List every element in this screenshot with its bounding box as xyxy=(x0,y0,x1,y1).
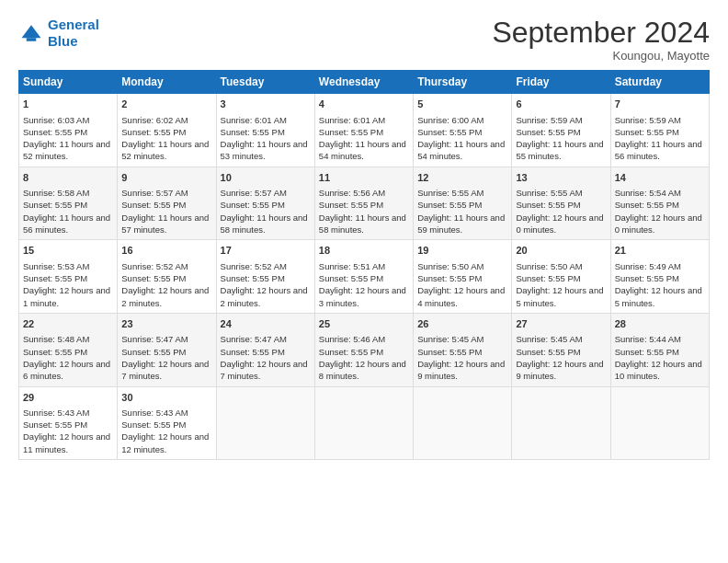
col-saturday: Saturday xyxy=(610,71,709,94)
day-number: 22 xyxy=(23,317,113,331)
calendar-cell: 30 Sunrise: 5:43 AM Sunset: 5:55 PM Dayl… xyxy=(118,386,216,460)
day-number: 13 xyxy=(516,171,606,185)
sunset-label: Sunset: 5:55 PM xyxy=(417,200,482,210)
calendar-cell: 29 Sunrise: 5:43 AM Sunset: 5:55 PM Dayl… xyxy=(19,386,118,460)
daylight-label: Daylight: 11 hours and 55 minutes. xyxy=(516,139,603,161)
calendar-cell xyxy=(216,386,314,460)
sunset-label: Sunset: 5:55 PM xyxy=(23,273,87,283)
day-number: 27 xyxy=(516,317,606,331)
daylight-label: Daylight: 12 hours and 2 minutes. xyxy=(121,285,209,307)
week-row-1: 8 Sunrise: 5:58 AM Sunset: 5:55 PM Dayli… xyxy=(19,167,710,240)
calendar-cell xyxy=(512,386,610,460)
sunset-label: Sunset: 5:55 PM xyxy=(319,347,383,357)
logo-blue: Blue xyxy=(48,33,78,49)
calendar-cell xyxy=(414,386,512,460)
sunset-label: Sunset: 5:55 PM xyxy=(417,127,482,137)
sunset-label: Sunset: 5:55 PM xyxy=(121,127,186,137)
day-number: 14 xyxy=(615,171,705,185)
sunrise-label: Sunrise: 5:48 AM xyxy=(23,334,89,344)
sunrise-label: Sunrise: 5:54 AM xyxy=(615,188,681,198)
sunrise-label: Sunrise: 5:50 AM xyxy=(417,261,483,271)
calendar-cell: 20 Sunrise: 5:50 AM Sunset: 5:55 PM Dayl… xyxy=(512,240,610,314)
logo-text: General Blue xyxy=(48,17,99,50)
sunset-label: Sunset: 5:55 PM xyxy=(417,347,482,357)
sunrise-label: Sunrise: 5:46 AM xyxy=(319,334,385,344)
daylight-label: Daylight: 12 hours and 5 minutes. xyxy=(615,285,702,307)
day-number: 30 xyxy=(121,391,211,405)
daylight-label: Daylight: 12 hours and 2 minutes. xyxy=(221,285,308,307)
week-row-3: 22 Sunrise: 5:48 AM Sunset: 5:55 PM Dayl… xyxy=(19,313,710,386)
page: General Blue September 2024 Koungou, May… xyxy=(0,0,728,563)
day-number: 29 xyxy=(23,391,113,405)
daylight-label: Daylight: 12 hours and 3 minutes. xyxy=(319,285,406,307)
week-row-2: 15 Sunrise: 5:53 AM Sunset: 5:55 PM Dayl… xyxy=(19,240,710,314)
daylight-label: Daylight: 11 hours and 56 minutes. xyxy=(615,139,702,161)
sunset-label: Sunset: 5:55 PM xyxy=(221,200,285,210)
sunset-label: Sunset: 5:55 PM xyxy=(121,200,186,210)
sunrise-label: Sunrise: 5:57 AM xyxy=(121,188,188,198)
sunrise-label: Sunrise: 5:58 AM xyxy=(23,188,89,198)
daylight-label: Daylight: 12 hours and 0 minutes. xyxy=(516,213,603,235)
daylight-label: Daylight: 12 hours and 9 minutes. xyxy=(516,359,603,381)
sunrise-label: Sunrise: 5:53 AM xyxy=(23,261,89,271)
col-friday: Friday xyxy=(512,71,610,94)
day-number: 3 xyxy=(221,98,311,111)
calendar-cell: 26 Sunrise: 5:45 AM Sunset: 5:55 PM Dayl… xyxy=(414,313,512,386)
sunrise-label: Sunrise: 6:01 AM xyxy=(221,115,287,125)
sunset-label: Sunset: 5:55 PM xyxy=(121,419,186,430)
daylight-label: Daylight: 12 hours and 0 minutes. xyxy=(615,213,702,235)
daylight-label: Daylight: 11 hours and 58 minutes. xyxy=(221,213,308,235)
daylight-label: Daylight: 12 hours and 1 minute. xyxy=(23,285,110,307)
calendar-cell: 13 Sunrise: 5:55 AM Sunset: 5:55 PM Dayl… xyxy=(512,167,610,240)
daylight-label: Daylight: 11 hours and 57 minutes. xyxy=(121,213,209,235)
sunset-label: Sunset: 5:55 PM xyxy=(516,347,580,357)
calendar-cell: 11 Sunrise: 5:56 AM Sunset: 5:55 PM Dayl… xyxy=(314,167,413,240)
calendar-cell: 23 Sunrise: 5:47 AM Sunset: 5:55 PM Dayl… xyxy=(118,313,216,386)
sunset-label: Sunset: 5:55 PM xyxy=(516,200,580,210)
sunrise-label: Sunrise: 5:55 AM xyxy=(516,188,582,198)
day-number: 28 xyxy=(615,317,705,331)
calendar-cell: 6 Sunrise: 5:59 AM Sunset: 5:55 PM Dayli… xyxy=(512,94,610,167)
day-number: 25 xyxy=(319,317,409,331)
day-number: 4 xyxy=(319,98,409,111)
day-number: 10 xyxy=(221,171,311,185)
logo-general: General xyxy=(48,17,99,32)
sunrise-label: Sunrise: 5:43 AM xyxy=(23,408,89,418)
calendar-cell: 5 Sunrise: 6:00 AM Sunset: 5:55 PM Dayli… xyxy=(414,94,512,167)
calendar-cell: 17 Sunrise: 5:52 AM Sunset: 5:55 PM Dayl… xyxy=(216,240,314,314)
logo: General Blue xyxy=(18,17,99,50)
header: General Blue September 2024 Koungou, May… xyxy=(18,17,710,63)
sunrise-label: Sunrise: 5:59 AM xyxy=(516,115,582,125)
col-thursday: Thursday xyxy=(414,71,512,94)
day-number: 20 xyxy=(516,244,606,258)
sunrise-label: Sunrise: 5:52 AM xyxy=(121,261,188,271)
sunrise-label: Sunrise: 5:47 AM xyxy=(221,334,287,344)
sunrise-label: Sunrise: 6:00 AM xyxy=(417,115,483,125)
sunset-label: Sunset: 5:55 PM xyxy=(516,127,580,137)
daylight-label: Daylight: 12 hours and 4 minutes. xyxy=(417,285,505,307)
svg-marker-1 xyxy=(22,25,41,38)
sunset-label: Sunset: 5:55 PM xyxy=(221,127,285,137)
calendar-cell: 15 Sunrise: 5:53 AM Sunset: 5:55 PM Dayl… xyxy=(19,240,118,314)
calendar-cell: 14 Sunrise: 5:54 AM Sunset: 5:55 PM Dayl… xyxy=(610,167,709,240)
sunrise-label: Sunrise: 5:51 AM xyxy=(319,261,385,271)
sunset-label: Sunset: 5:55 PM xyxy=(23,347,87,357)
col-sunday: Sunday xyxy=(19,71,118,94)
day-number: 5 xyxy=(417,98,507,111)
svg-rect-2 xyxy=(27,38,37,41)
sunrise-label: Sunrise: 5:44 AM xyxy=(615,334,681,344)
day-number: 2 xyxy=(121,98,211,111)
day-number: 6 xyxy=(516,98,606,111)
daylight-label: Daylight: 11 hours and 56 minutes. xyxy=(23,213,110,235)
calendar-cell: 1 Sunrise: 6:03 AM Sunset: 5:55 PM Dayli… xyxy=(19,94,118,167)
logo-icon xyxy=(18,20,44,46)
calendar-cell xyxy=(314,386,413,460)
calendar-cell: 24 Sunrise: 5:47 AM Sunset: 5:55 PM Dayl… xyxy=(216,313,314,386)
daylight-label: Daylight: 11 hours and 54 minutes. xyxy=(319,139,406,161)
calendar-cell xyxy=(610,386,709,460)
day-number: 7 xyxy=(615,98,705,111)
sunrise-label: Sunrise: 5:45 AM xyxy=(417,334,483,344)
daylight-label: Daylight: 11 hours and 52 minutes. xyxy=(23,139,110,161)
calendar-cell: 28 Sunrise: 5:44 AM Sunset: 5:55 PM Dayl… xyxy=(610,313,709,386)
sunrise-label: Sunrise: 6:03 AM xyxy=(23,115,89,125)
